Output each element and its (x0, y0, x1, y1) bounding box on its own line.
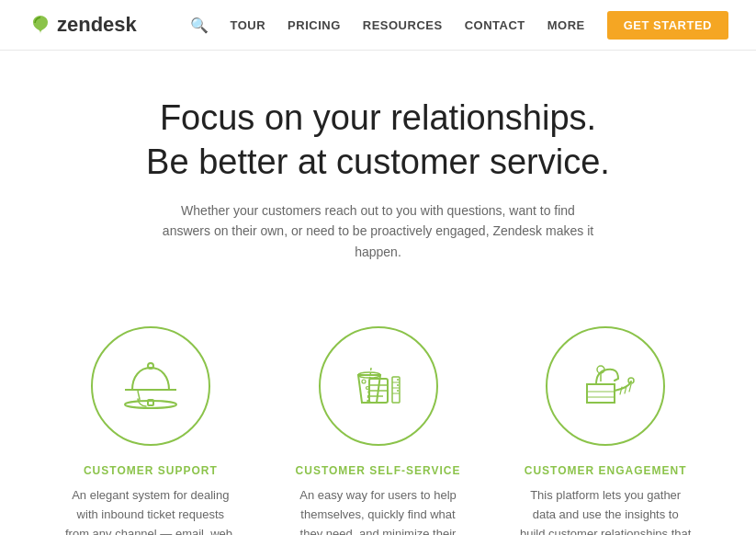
feature-selfservice-desc: An easy way for users to help themselves… (292, 486, 465, 535)
nav-link-resources[interactable]: RESOURCES (363, 18, 443, 32)
svg-point-16 (397, 379, 399, 381)
svg-rect-12 (392, 377, 400, 403)
navbar: zendesk 🔍 TOUR PRICING RESOURCES CONTACT… (0, 0, 756, 51)
svg-point-10 (362, 380, 366, 383)
engagement-icon (569, 349, 642, 423)
nav-link-more[interactable]: MORE (547, 18, 585, 32)
self-service-icon (342, 349, 415, 423)
svg-point-11 (366, 387, 368, 390)
engagement-icon-circle (546, 326, 665, 446)
logo-icon (28, 12, 53, 38)
customer-support-icon-circle (91, 326, 210, 446)
svg-rect-1 (148, 400, 153, 405)
svg-point-17 (397, 384, 399, 386)
feature-engagement: CUSTOMER ENGAGEMENT This platform lets y… (491, 326, 719, 535)
self-service-icon-circle (319, 326, 438, 446)
logo-text: zendesk (57, 13, 137, 37)
feature-selfservice-title: CUSTOMER SELF-SERVICE (292, 464, 465, 477)
feature-engagement-title: CUSTOMER ENGAGEMENT (519, 464, 692, 477)
logo[interactable]: zendesk (28, 12, 137, 38)
hero-subtitle: Whether your customers reach out to you … (158, 200, 599, 262)
nav-links: 🔍 TOUR PRICING RESOURCES CONTACT MORE GE… (190, 11, 729, 40)
get-started-button[interactable]: GET STARTED (607, 11, 728, 40)
feature-engagement-desc: This platform lets you gather data and u… (519, 486, 692, 535)
feature-self-service: CUSTOMER SELF-SERVICE An easy way for us… (265, 326, 492, 535)
nav-link-tour[interactable]: TOUR (231, 18, 266, 32)
hero-title: Focus on your relationships. Be better a… (18, 97, 738, 184)
svg-point-2 (148, 363, 153, 369)
nav-link-pricing[interactable]: PRICING (288, 18, 341, 32)
svg-point-18 (397, 390, 399, 392)
customer-support-icon (114, 349, 187, 423)
feature-support-desc: An elegant system for dealing with inbou… (64, 486, 237, 535)
svg-line-20 (629, 384, 631, 392)
search-icon[interactable]: 🔍 (190, 17, 209, 34)
feature-support-title: CUSTOMER SUPPORT (64, 464, 237, 477)
hero-section: Focus on your relationships. Be better a… (0, 51, 756, 326)
nav-link-contact[interactable]: CONTACT (465, 18, 525, 32)
feature-customer-support: CUSTOMER SUPPORT An elegant system for d… (37, 326, 265, 535)
features-section: CUSTOMER SUPPORT An elegant system for d… (0, 326, 756, 535)
